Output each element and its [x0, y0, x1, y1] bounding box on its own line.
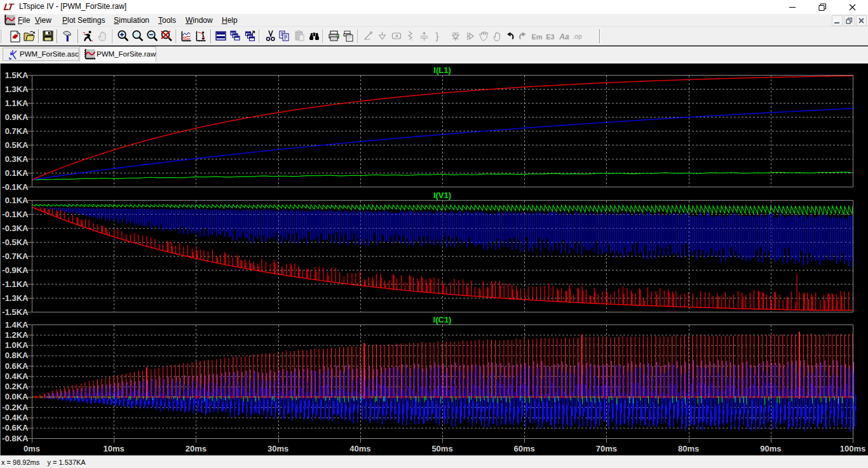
svg-text:-0.9KA: -0.9KA	[2, 265, 29, 275]
svg-text:1.2KA: 1.2KA	[5, 330, 29, 340]
svg-text:30ms: 30ms	[268, 444, 288, 453]
svg-text:0.0KA: 0.0KA	[5, 392, 29, 401]
svg-text:0.1KA: 0.1KA	[5, 196, 29, 205]
svg-text:50ms: 50ms	[431, 444, 452, 453]
svg-text:Em: Em	[531, 33, 542, 41]
svg-text:.op: .op	[573, 33, 582, 40]
svg-text:I(L1): I(L1)	[433, 65, 451, 75]
svg-text:-0.2KA: -0.2KA	[2, 403, 29, 412]
svg-text:-0.4KA: -0.4KA	[2, 413, 29, 422]
svg-text:10ms: 10ms	[104, 444, 125, 453]
svg-text:1.3KA: 1.3KA	[5, 84, 29, 94]
svg-text:1.0KA: 1.0KA	[5, 340, 29, 350]
svg-text:-0.3KA: -0.3KA	[2, 224, 29, 233]
svg-text:-0.8KA: -0.8KA	[2, 434, 29, 443]
svg-text:0.1KA: 0.1KA	[5, 168, 29, 178]
svg-text:100ms: 100ms	[840, 444, 865, 453]
svg-text:0.6KA: 0.6KA	[5, 361, 29, 371]
svg-text:-0.7KA: -0.7KA	[2, 251, 29, 261]
svg-text:0.2KA: 0.2KA	[5, 382, 29, 391]
svg-text:0.9KA: 0.9KA	[5, 112, 29, 122]
svg-text:60ms: 60ms	[514, 444, 535, 453]
svg-text:}: }	[435, 30, 438, 41]
svg-text:90ms: 90ms	[760, 444, 781, 453]
svg-text:20ms: 20ms	[186, 444, 207, 453]
svg-text:-0.1KA: -0.1KA	[2, 182, 29, 192]
svg-text:1.1KA: 1.1KA	[5, 98, 29, 108]
svg-text:-1.3KA: -1.3KA	[2, 293, 29, 303]
svg-text:E3: E3	[546, 33, 554, 41]
svg-text:1.5KA: 1.5KA	[5, 70, 29, 80]
svg-text:0.3KA: 0.3KA	[5, 154, 29, 164]
svg-text:I(V1): I(V1)	[433, 191, 451, 200]
svg-text:40ms: 40ms	[349, 444, 370, 453]
svg-text:-0.6KA: -0.6KA	[2, 423, 29, 432]
svg-text:0.5KA: 0.5KA	[5, 140, 29, 150]
svg-text:0.8KA: 0.8KA	[5, 351, 29, 360]
svg-text:-0.1KA: -0.1KA	[2, 210, 29, 219]
svg-text:-1.5KA: -1.5KA	[2, 307, 29, 317]
svg-text:-1.1KA: -1.1KA	[2, 279, 29, 289]
svg-text:1.4KA: 1.4KA	[5, 320, 29, 330]
svg-text:Aa: Aa	[559, 32, 569, 41]
svg-text:0.4KA: 0.4KA	[5, 371, 29, 381]
svg-text:0ms: 0ms	[24, 444, 40, 453]
svg-text:I(C1): I(C1)	[433, 315, 452, 324]
svg-text:0.7KA: 0.7KA	[5, 126, 29, 136]
svg-text:-0.5KA: -0.5KA	[2, 237, 29, 247]
svg-text:70ms: 70ms	[596, 444, 617, 453]
svg-text:80ms: 80ms	[678, 444, 699, 453]
